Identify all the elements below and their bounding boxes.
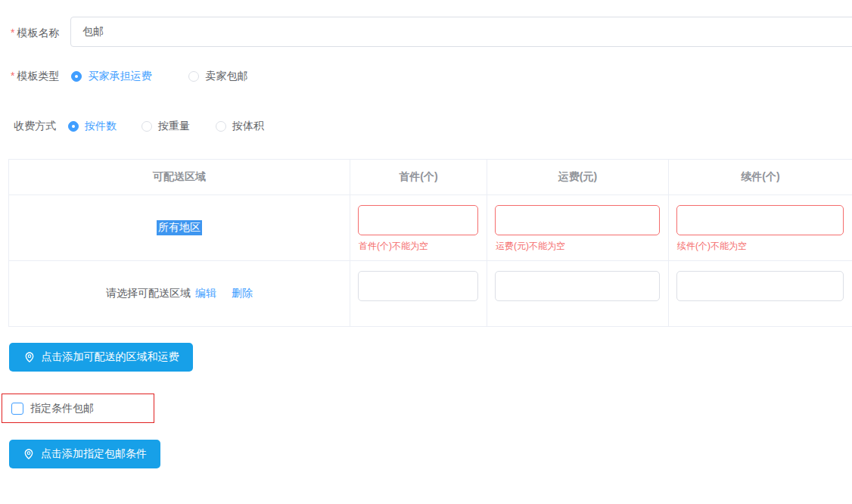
additional-item-input[interactable] bbox=[676, 205, 844, 235]
template-name-label-text: 模板名称 bbox=[17, 26, 59, 39]
conditional-free-shipping-checkbox[interactable] bbox=[11, 403, 23, 415]
location-pin-icon bbox=[23, 351, 36, 363]
freight-input[interactable] bbox=[495, 271, 660, 301]
table-cell-additional-item: 续件(个)不能为空 bbox=[669, 195, 852, 261]
radio-by-piece-label: 按件数 bbox=[85, 120, 117, 133]
table-header-additional-item: 续件(个) bbox=[669, 160, 852, 195]
freight-template-form: *模板名称 *模板类型 买家承担运费 卖家包邮 收费方式 按件数 按重量 按体积 bbox=[0, 0, 852, 504]
radio-by-weight[interactable]: 按重量 bbox=[141, 120, 190, 133]
radio-unselected-icon[interactable] bbox=[188, 71, 199, 82]
conditional-free-shipping-box: 指定条件包邮 bbox=[2, 394, 154, 423]
template-name-label: *模板名称 bbox=[11, 26, 59, 40]
additional-item-error-message: 续件(个)不能为空 bbox=[676, 240, 844, 253]
charge-method-label: 收费方式 bbox=[14, 120, 56, 133]
template-type-row: *模板类型 买家承担运费 卖家包邮 bbox=[11, 69, 247, 84]
radio-seller-free-label: 卖家包邮 bbox=[205, 70, 247, 83]
radio-by-piece[interactable]: 按件数 bbox=[68, 120, 117, 133]
table-header-freight: 运费(元) bbox=[487, 160, 669, 195]
add-free-shipping-condition-button-label: 点击添加指定包邮条件 bbox=[41, 447, 147, 461]
table-header-area: 可配送区域 bbox=[9, 160, 350, 195]
table-cell-freight: 运费(元)不能为空 bbox=[487, 195, 669, 261]
conditional-free-shipping-label: 指定条件包邮 bbox=[30, 402, 94, 415]
add-delivery-area-button[interactable]: 点击添加可配送的区域和运费 bbox=[9, 343, 193, 372]
edit-region-link[interactable]: 编辑 bbox=[195, 287, 216, 300]
location-pin-icon bbox=[23, 448, 35, 460]
radio-unselected-icon[interactable] bbox=[216, 121, 226, 132]
delete-region-link[interactable]: 删除 bbox=[232, 287, 253, 300]
radio-selected-icon[interactable] bbox=[71, 71, 82, 82]
add-delivery-area-button-label: 点击添加可配送的区域和运费 bbox=[42, 350, 179, 364]
area-cell-select-region: 请选择可配送区域 编辑 删除 bbox=[9, 261, 350, 327]
area-cell-all-regions: 所有地区 bbox=[9, 195, 350, 261]
first-item-error-message: 首件(个)不能为空 bbox=[358, 240, 478, 253]
charge-method-row: 收费方式 按件数 按重量 按体积 bbox=[14, 119, 264, 134]
radio-by-volume[interactable]: 按体积 bbox=[216, 120, 264, 133]
all-regions-selected-text: 所有地区 bbox=[157, 220, 202, 235]
required-asterisk: * bbox=[11, 26, 14, 39]
radio-unselected-icon[interactable] bbox=[141, 121, 152, 132]
table-header-first-item: 首件(个) bbox=[350, 160, 487, 195]
table-cell-first-item bbox=[350, 261, 487, 327]
required-asterisk: * bbox=[11, 70, 14, 82]
template-type-label: *模板类型 bbox=[11, 70, 59, 83]
shipping-rates-table: 可配送区域 首件(个) 运费(元) 续件(个) 所有地区 首件(个)不能为空 运… bbox=[8, 159, 852, 327]
table-cell-first-item: 首件(个)不能为空 bbox=[350, 195, 487, 261]
table-cell-freight bbox=[487, 261, 669, 327]
radio-buyer-pays-shipping[interactable]: 买家承担运费 bbox=[71, 70, 151, 83]
table-cell-additional-item bbox=[669, 261, 852, 327]
freight-input[interactable] bbox=[495, 205, 660, 235]
select-region-text: 请选择可配送区域 bbox=[106, 287, 191, 300]
radio-selected-icon[interactable] bbox=[68, 121, 79, 132]
additional-item-input[interactable] bbox=[676, 271, 844, 301]
add-free-shipping-condition-button[interactable]: 点击添加指定包邮条件 bbox=[9, 440, 160, 468]
first-item-input[interactable] bbox=[358, 271, 478, 301]
radio-buyer-pays-label: 买家承担运费 bbox=[88, 70, 151, 83]
radio-seller-free-shipping[interactable]: 卖家包邮 bbox=[188, 70, 247, 83]
template-name-input[interactable] bbox=[70, 17, 852, 47]
freight-error-message: 运费(元)不能为空 bbox=[495, 240, 660, 253]
radio-by-weight-label: 按重量 bbox=[158, 120, 190, 133]
first-item-input[interactable] bbox=[358, 205, 478, 235]
radio-by-volume-label: 按体积 bbox=[232, 120, 264, 133]
